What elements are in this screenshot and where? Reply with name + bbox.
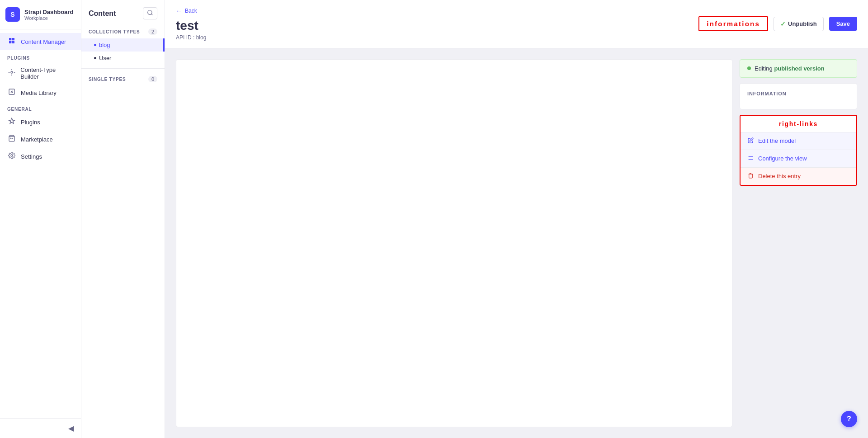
sidebar-item-content-type-builder[interactable]: Content-Type Builder [0,62,81,84]
sidebar-item-settings[interactable]: Settings [0,148,81,165]
back-arrow-icon: ← [176,7,182,14]
plugins-section-label: PLUGINS [0,50,81,62]
edit-model-link[interactable]: Edit the model [741,132,856,150]
svg-rect-3 [12,41,14,43]
configure-view-label: Configure the view [758,155,807,162]
save-button[interactable]: Save [829,17,857,31]
svg-rect-1 [12,38,14,40]
media-library-icon [7,88,16,97]
page-title: test [176,18,206,33]
edit-model-label: Edit the model [758,137,796,144]
main-body: Editing published version INFORMATION ri… [165,48,868,438]
svg-rect-2 [9,41,11,43]
delete-entry-label: Delete this entry [758,173,801,179]
sidebar-item-marketplace[interactable]: Marketplace [0,131,81,148]
brand-title: Strapi Dashboard [24,9,73,15]
collection-types-label: COLLECTION TYPES [89,29,140,34]
single-types-count: 0 [148,76,157,82]
sidebar-nav: Content Manager PLUGINS Content-Type Bui… [0,29,81,418]
check-icon: ✓ [780,20,786,28]
content-type-builder-icon [7,69,16,78]
status-text: Editing published version [755,65,825,72]
back-link[interactable]: ← Back [176,7,206,14]
collection-item-blog[interactable]: blog [81,38,165,52]
sidebar-item-plugins[interactable]: Plugins [0,113,81,131]
search-button[interactable] [143,7,157,19]
plugins-icon [7,118,16,127]
main-header-right: informations ✓ Unpublish Save [698,16,857,31]
sidebar-item-label: Marketplace [21,136,53,143]
brand-icon: S [5,7,20,22]
sidebar-item-label: Content-Type Builder [20,66,74,80]
single-types-section: SINGLE TYPES 0 [81,72,165,86]
sidebar-item-label: Settings [21,153,42,160]
trash-icon [748,173,754,180]
svg-line-9 [151,14,153,15]
brand-subtitle: Workplace [24,15,73,21]
configure-view-link[interactable]: Configure the view [741,150,856,168]
page-subtitle: API ID : blog [176,34,206,41]
unpublish-label: Unpublish [788,20,817,27]
main-content: ← Back test API ID : blog informations ✓… [165,0,868,438]
configure-icon [748,155,754,162]
svg-rect-0 [9,38,11,40]
collection-types-section: COLLECTION TYPES 2 [81,25,165,38]
settings-icon [7,152,16,161]
svg-point-7 [11,155,13,156]
right-links-card: right-links Edit the model Configure the… [740,115,857,186]
collection-types-count: 2 [148,28,157,35]
collection-dot [94,57,96,59]
sidebar-item-label: Plugins [21,119,40,126]
help-bubble[interactable]: ? [841,411,857,427]
collection-item-label: blog [99,42,110,48]
informations-label: informations [698,16,768,31]
brand-text: Strapi Dashboard Workplace [24,9,73,21]
collection-item-user[interactable]: User [81,52,165,65]
middle-panel: Content COLLECTION TYPES 2 blog User SIN… [81,0,165,438]
sidebar-footer: ◀ [0,418,81,438]
sidebar-item-content-manager[interactable]: Content Manager [0,33,81,50]
form-area [176,59,732,427]
info-card: INFORMATION [740,83,857,109]
marketplace-icon [7,135,16,144]
sidebar-item-label: Media Library [21,89,57,96]
right-links-label: right-links [741,116,856,132]
general-section-label: GENERAL [0,101,81,113]
back-label: Back [185,8,197,14]
content-manager-icon [7,37,16,46]
middle-panel-title: Content [89,9,116,18]
right-sidebar: Editing published version INFORMATION ri… [740,59,857,427]
status-dot [747,66,751,70]
sidebar-item-media-library[interactable]: Media Library [0,84,81,101]
status-card: Editing published version [740,59,857,78]
svg-point-4 [11,71,13,73]
sidebar-item-label: Content Manager [21,38,66,45]
status-prefix: Editing [755,65,774,72]
collection-dot [94,44,96,46]
divider [81,68,165,69]
left-sidebar: S Strapi Dashboard Workplace Content Man… [0,0,81,438]
collection-item-label: User [99,55,111,61]
svg-point-8 [148,10,152,14]
single-types-label: SINGLE TYPES [89,77,126,82]
content-area: Content COLLECTION TYPES 2 blog User SIN… [81,0,868,438]
main-header: ← Back test API ID : blog informations ✓… [165,0,868,48]
info-card-title: INFORMATION [747,91,849,96]
collapse-button[interactable]: ◀ [68,424,74,433]
edit-icon [748,137,754,145]
brand-header: S Strapi Dashboard Workplace [0,0,81,29]
delete-entry-link[interactable]: Delete this entry [741,168,856,185]
middle-panel-header: Content [81,7,165,25]
status-highlight: published version [774,65,824,72]
main-header-left: ← Back test API ID : blog [176,7,206,41]
unpublish-button[interactable]: ✓ Unpublish [774,17,824,31]
